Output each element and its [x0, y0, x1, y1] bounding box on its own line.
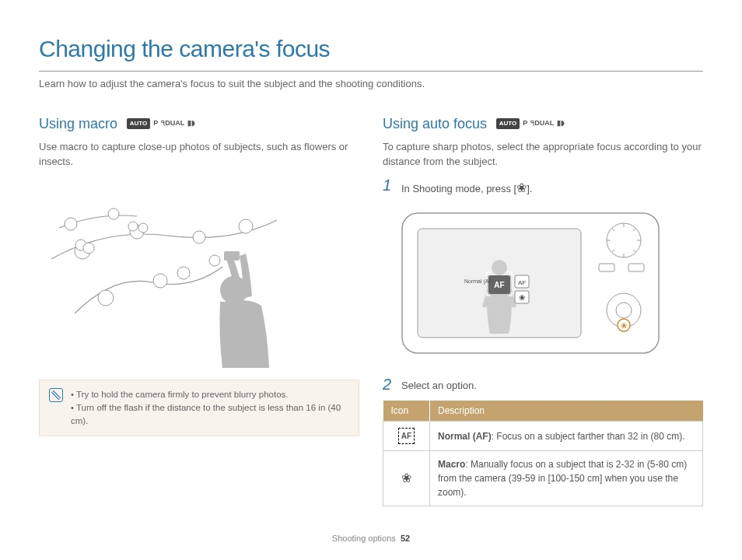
svg-point-18	[492, 260, 507, 275]
svg-point-4	[128, 222, 138, 231]
svg-rect-15	[224, 251, 240, 261]
svg-point-8	[98, 290, 114, 306]
page-number: 52	[401, 534, 410, 543]
svg-text:AF: AF	[494, 281, 504, 289]
svg-point-2	[83, 243, 94, 254]
autofocus-heading: Using auto focus	[383, 114, 487, 135]
svg-point-6	[193, 231, 205, 243]
flower-button-icon: ❀	[516, 181, 527, 194]
step-2: 2 Select an option.	[383, 376, 703, 394]
content-columns: Using macro AUTO P ੧DUAL ▮◗ Use macro to…	[39, 114, 703, 507]
table-header-description: Description	[430, 401, 703, 422]
af-icon: AF	[398, 428, 415, 444]
tip-list: Try to hold the camera firmly to prevent…	[71, 388, 349, 429]
tip-item: Try to hold the camera firmly to prevent…	[71, 388, 349, 401]
footer-section: Shooting options	[332, 534, 396, 543]
table-row: AF Normal (AF): Focus on a subject farth…	[383, 422, 703, 451]
svg-point-7	[239, 219, 253, 233]
svg-point-9	[153, 274, 167, 288]
video-mode-icon: ▮◗	[187, 118, 195, 129]
macro-mode-icons: AUTO P ੧DUAL ▮◗	[127, 118, 196, 129]
page-footer: Shooting options 52	[0, 532, 742, 545]
page-title: Changing the camera's focus	[39, 31, 703, 66]
step-2-text: Select an option.	[401, 376, 703, 394]
p-mode-icon: P	[523, 118, 527, 129]
autofocus-description: To capture sharp photos, select the appr…	[383, 139, 703, 170]
svg-point-12	[177, 267, 190, 279]
table-row: ❀ Macro: Manually focus on a subject tha…	[383, 451, 703, 506]
svg-text:❀: ❀	[519, 293, 525, 302]
svg-rect-35	[628, 264, 644, 271]
dual-mode-icon: ੧DUAL	[161, 118, 184, 129]
camera-illustration: AF Normal (AF) AF ❀	[398, 205, 663, 361]
dual-mode-icon: ੧DUAL	[530, 118, 554, 129]
macro-description: Macro: Manually focus on a subject that …	[430, 451, 703, 506]
af-icon-cell: AF	[383, 422, 430, 451]
left-column: Using macro AUTO P ੧DUAL ▮◗ Use macro to…	[39, 114, 359, 507]
flower-icon: ❀	[401, 471, 411, 485]
note-icon	[49, 388, 63, 402]
title-rule	[39, 71, 703, 72]
auto-mode-icon: AUTO	[496, 118, 520, 129]
svg-point-37	[616, 303, 632, 318]
intro-text: Learn how to adjust the camera's focus t…	[39, 76, 703, 92]
p-mode-icon: P	[153, 118, 158, 129]
macro-illustration	[39, 181, 359, 368]
step-number: 1	[383, 177, 395, 193]
svg-rect-34	[599, 264, 614, 271]
focus-options-table: Icon Description AF Normal (AF): Focus o…	[383, 401, 703, 506]
normal-af-description: Normal (AF): Focus on a subject farther …	[430, 422, 703, 451]
svg-point-13	[209, 255, 220, 266]
screen-normal-af-label: Normal (AF)	[464, 278, 494, 285]
macro-heading: Using macro	[39, 114, 117, 135]
step-number: 2	[383, 376, 395, 392]
right-column: Using auto focus AUTO P ੧DUAL ▮◗ To capt…	[383, 114, 703, 507]
video-mode-icon: ▮◗	[557, 118, 565, 129]
step-1-text: In Shooting mode, press [❀].	[401, 177, 703, 198]
macro-description: Use macro to capture close-up photos of …	[39, 139, 359, 170]
svg-point-5	[138, 223, 148, 233]
svg-text:AF: AF	[518, 279, 526, 286]
auto-mode-icon: AUTO	[127, 118, 151, 129]
tip-item: Turn off the flash if the distance to th…	[71, 401, 349, 429]
macro-icon-cell: ❀	[383, 451, 430, 506]
autofocus-mode-icons: AUTO P ੧DUAL ▮◗	[496, 118, 565, 129]
svg-point-10	[65, 218, 77, 230]
step-1: 1 In Shooting mode, press [❀].	[383, 177, 703, 198]
tip-box: Try to hold the camera firmly to prevent…	[39, 380, 359, 437]
svg-point-25	[607, 223, 641, 257]
svg-point-11	[108, 208, 119, 219]
table-header-icon: Icon	[383, 401, 430, 422]
svg-text:❀: ❀	[621, 321, 627, 330]
